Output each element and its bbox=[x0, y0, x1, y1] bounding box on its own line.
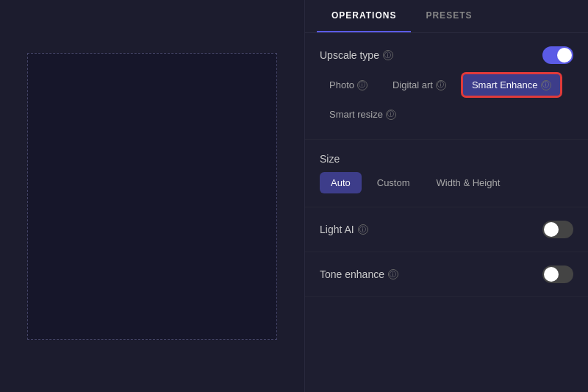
light-ai-info-icon[interactable]: ⓘ bbox=[358, 224, 368, 235]
upscale-btn-smart-enhance[interactable]: Smart Enhance ⓘ bbox=[462, 73, 562, 97]
size-btn-custom[interactable]: Custom bbox=[366, 172, 421, 193]
tabs-bar: OPERATIONS PRESETS bbox=[305, 0, 588, 33]
upscale-btn-photo[interactable]: Photo ⓘ bbox=[320, 73, 377, 97]
upscale-type-toggle[interactable] bbox=[542, 46, 573, 64]
tab-presets[interactable]: PRESETS bbox=[411, 0, 487, 32]
tone-enhance-toggle[interactable] bbox=[542, 266, 573, 283]
right-panel: OPERATIONS PRESETS Upscale type ⓘ Photo … bbox=[305, 0, 588, 392]
size-section: Size Auto Custom Width & Height bbox=[305, 140, 588, 207]
upscale-type-section: Upscale type ⓘ Photo ⓘ Digital art ⓘ Sma… bbox=[305, 33, 588, 140]
tone-enhance-section: Tone enhance ⓘ bbox=[305, 252, 588, 297]
upscale-type-buttons: Photo ⓘ Digital art ⓘ Smart Enhance ⓘ Sm… bbox=[320, 73, 573, 126]
canvas-area bbox=[27, 53, 277, 340]
smart-enhance-info-icon[interactable]: ⓘ bbox=[541, 80, 551, 90]
size-label: Size bbox=[320, 153, 573, 165]
size-buttons: Auto Custom Width & Height bbox=[320, 172, 573, 193]
size-btn-auto[interactable]: Auto bbox=[320, 172, 362, 193]
upscale-btn-smart-resize[interactable]: Smart resize ⓘ bbox=[320, 103, 406, 126]
upscale-btn-digital-art[interactable]: Digital art ⓘ bbox=[383, 73, 456, 97]
left-panel bbox=[0, 0, 305, 392]
tone-enhance-info-icon[interactable]: ⓘ bbox=[388, 269, 398, 279]
tone-enhance-label: Tone enhance ⓘ bbox=[320, 268, 398, 280]
tab-operations[interactable]: OPERATIONS bbox=[317, 0, 411, 32]
digital-art-info-icon[interactable]: ⓘ bbox=[436, 80, 446, 90]
light-ai-section: Light AI ⓘ bbox=[305, 207, 588, 252]
photo-info-icon[interactable]: ⓘ bbox=[357, 80, 368, 90]
smart-resize-info-icon[interactable]: ⓘ bbox=[386, 110, 396, 120]
light-ai-toggle[interactable] bbox=[542, 221, 573, 238]
size-btn-width-height[interactable]: Width & Height bbox=[426, 172, 512, 193]
upscale-type-info-icon[interactable]: ⓘ bbox=[383, 50, 393, 60]
light-ai-label: Light AI ⓘ bbox=[320, 224, 368, 235]
upscale-type-label: Upscale type ⓘ bbox=[320, 49, 393, 61]
